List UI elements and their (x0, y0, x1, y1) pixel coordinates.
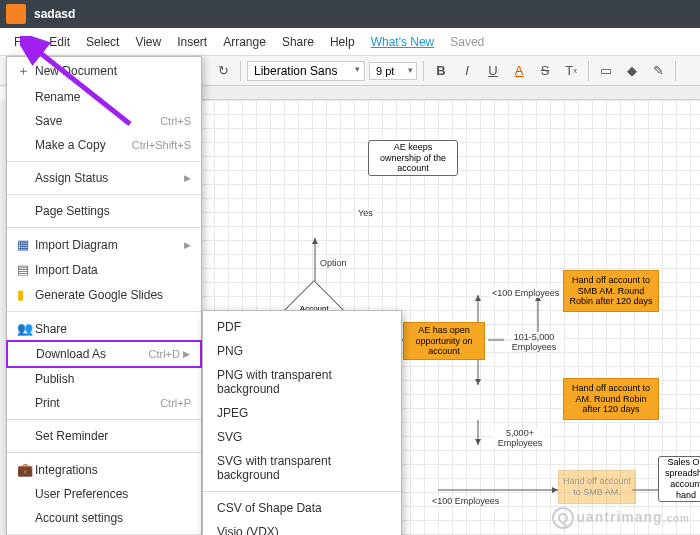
menu-insert[interactable]: Insert (177, 35, 207, 49)
menu-download-as[interactable]: Download AsCtrl+D▶ (6, 340, 202, 368)
submenu-csv[interactable]: CSV of Shape Data (203, 496, 401, 520)
edge-5000: 5,000+ Employees (492, 428, 548, 448)
submenu-png-trans[interactable]: PNG with transparent background (203, 363, 401, 401)
menu-whatsnew[interactable]: What's New (371, 35, 435, 49)
menu-share[interactable]: Share (282, 35, 314, 49)
shape-handoff-smb[interactable]: Hand off account to SMB AM. Round Robin … (563, 270, 659, 312)
download-as-submenu: PDF PNG PNG with transparent background … (202, 310, 402, 535)
data-icon: ▤ (17, 262, 35, 277)
shape-handoff-smb2[interactable]: Hand off account to SMB AM. (558, 470, 636, 504)
menu-rename[interactable]: Rename (7, 85, 201, 109)
redo-icon[interactable]: ↻ (212, 60, 234, 82)
submenu-svg[interactable]: SVG (203, 425, 401, 449)
status-saved: Saved (450, 35, 484, 49)
bold-button[interactable]: B (430, 60, 452, 82)
pencil-icon[interactable]: ✎ (647, 60, 669, 82)
chevron-right-icon: ▶ (184, 173, 191, 183)
italic-button[interactable]: I (456, 60, 478, 82)
menu-arrange[interactable]: Arrange (223, 35, 266, 49)
menu-edit[interactable]: Edit (49, 35, 70, 49)
titlebar: sadasd (0, 0, 700, 28)
textsize-button[interactable]: Tx (560, 60, 582, 82)
shape-ae-keeps[interactable]: AE keeps ownership of the account (368, 140, 458, 176)
edge-lt100b: <100 Employees (430, 496, 501, 506)
watermark-q-icon: Q (552, 507, 574, 529)
menu-generate-slides[interactable]: ▮Generate Google Slides (7, 282, 201, 307)
menu-file[interactable]: File (14, 35, 33, 49)
app-icon (6, 4, 26, 24)
menu-assign-status[interactable]: Assign Status▶ (7, 166, 201, 190)
underline-button[interactable]: U (482, 60, 504, 82)
edge-101-5000: 101-5,000 Employees (504, 332, 564, 352)
menu-page-settings[interactable]: Page Settings (7, 199, 201, 223)
edge-yes: Yes (356, 208, 375, 218)
menu-account-settings[interactable]: Account settings (7, 506, 201, 530)
plus-icon: ＋ (17, 62, 35, 80)
slides-icon: ▮ (17, 287, 35, 302)
menu-integrations[interactable]: 💼Integrations (7, 457, 201, 482)
menu-import-diagram[interactable]: ▦Import Diagram▶ (7, 232, 201, 257)
file-menu: ＋New Document Rename SaveCtrl+S Make a C… (6, 56, 202, 535)
menu-user-prefs[interactable]: User Preferences (7, 482, 201, 506)
edge-lt100: <100 Employees (490, 288, 561, 298)
chevron-right-icon: ▶ (184, 240, 191, 250)
edge-option: Option (318, 258, 349, 268)
font-select[interactable]: Liberation Sans (247, 61, 365, 81)
shape-sales-op[interactable]: Sales Op spreadshe account hand (658, 456, 700, 502)
menu-set-reminder[interactable]: Set Reminder (7, 424, 201, 448)
people-icon: 👥 (17, 321, 35, 336)
menu-publish[interactable]: Publish (7, 367, 201, 391)
menu-new-document[interactable]: ＋New Document (7, 57, 201, 85)
shape-rect-icon[interactable]: ▭ (595, 60, 617, 82)
shape-ae-open[interactable]: AE has open opportunity on account (403, 322, 485, 360)
menu-share-item[interactable]: 👥Share (7, 316, 201, 341)
doc-title: sadasd (34, 7, 75, 21)
size-select[interactable]: 9 pt (369, 62, 417, 80)
fill-icon[interactable]: ◆ (621, 60, 643, 82)
submenu-vdx[interactable]: Visio (VDX) (203, 520, 401, 535)
menu-view[interactable]: View (135, 35, 161, 49)
submenu-png[interactable]: PNG (203, 339, 401, 363)
textcolor-button[interactable]: A (508, 60, 530, 82)
menu-import-data[interactable]: ▤Import Data (7, 257, 201, 282)
menu-select[interactable]: Select (86, 35, 119, 49)
menu-help[interactable]: Help (330, 35, 355, 49)
chevron-right-icon: ▶ (183, 349, 190, 359)
shape-handoff-am[interactable]: Hand off account to AM. Round Robin afte… (563, 378, 659, 420)
menubar: File Edit Select View Insert Arrange Sha… (0, 28, 700, 56)
submenu-pdf[interactable]: PDF (203, 315, 401, 339)
strike-button[interactable]: S (534, 60, 556, 82)
menu-save[interactable]: SaveCtrl+S (7, 109, 201, 133)
briefcase-icon: 💼 (17, 462, 35, 477)
submenu-jpeg[interactable]: JPEG (203, 401, 401, 425)
submenu-svg-trans[interactable]: SVG with transparent background (203, 449, 401, 487)
watermark: Quantrimang.com (552, 507, 690, 529)
menu-print[interactable]: PrintCtrl+P (7, 391, 201, 415)
visio-icon: ▦ (17, 237, 35, 252)
menu-make-copy[interactable]: Make a CopyCtrl+Shift+S (7, 133, 201, 157)
